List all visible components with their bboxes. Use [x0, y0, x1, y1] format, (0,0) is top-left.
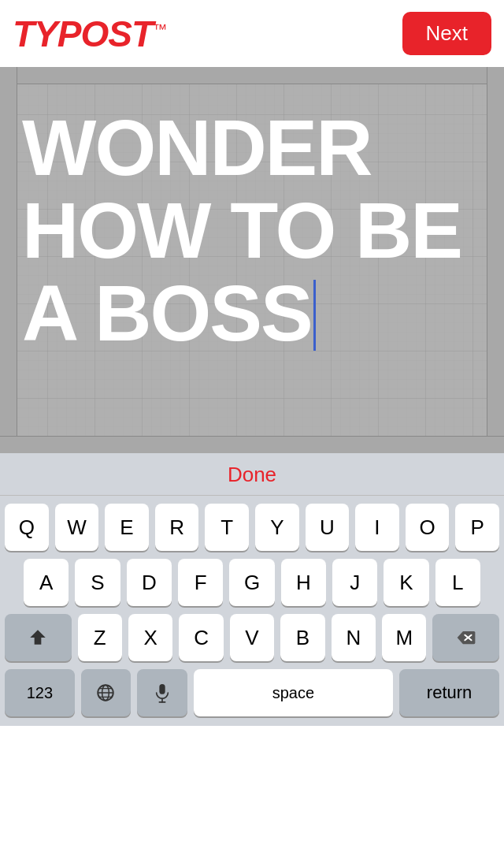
app-logo: TYPOST™: [13, 13, 166, 55]
app-header: TYPOST™ Next: [0, 0, 504, 67]
ruler-top: [0, 67, 504, 84]
key-i[interactable]: I: [355, 504, 399, 551]
key-globe[interactable]: [81, 669, 131, 716]
key-n[interactable]: N: [332, 614, 376, 661]
key-q[interactable]: Q: [5, 504, 49, 551]
keyboard-row-2: A S D F G H J K L: [0, 559, 504, 606]
key-space[interactable]: space: [194, 669, 394, 716]
editor-canvas[interactable]: WONDER HOW TO BE A BOSS: [0, 67, 504, 453]
key-c[interactable]: C: [179, 614, 223, 661]
delete-icon: [456, 630, 476, 645]
key-j[interactable]: J: [332, 559, 377, 606]
logo-name: TYPOST: [13, 13, 153, 54]
logo-text: TYPOST™: [13, 13, 166, 54]
key-k[interactable]: K: [384, 559, 428, 606]
key-m[interactable]: M: [382, 614, 426, 661]
mic-icon: [154, 683, 171, 703]
key-y[interactable]: Y: [255, 504, 299, 551]
next-button[interactable]: Next: [402, 12, 491, 55]
key-w[interactable]: W: [55, 504, 99, 551]
svg-rect-9: [159, 684, 165, 694]
key-e[interactable]: E: [105, 504, 149, 551]
key-x[interactable]: X: [128, 614, 172, 661]
key-f[interactable]: F: [178, 559, 223, 606]
globe-icon: [95, 683, 116, 703]
ruler-bottom: [0, 436, 504, 453]
shift-icon: [28, 627, 48, 648]
keyboard-row-3: Z X C V B N M: [0, 614, 504, 661]
editor-text[interactable]: WONDER HOW TO BE A BOSS: [22, 106, 482, 355]
text-line-3: A BOSS: [22, 272, 482, 355]
key-v[interactable]: V: [230, 614, 274, 661]
key-l[interactable]: L: [435, 559, 480, 606]
key-z[interactable]: Z: [78, 614, 122, 661]
key-g[interactable]: G: [229, 559, 274, 606]
text-cursor: [313, 280, 316, 351]
key-numbers[interactable]: 123: [5, 669, 75, 716]
text-line-3-content: A BOSS: [22, 269, 312, 357]
key-h[interactable]: H: [281, 559, 326, 606]
done-bar: Done: [0, 453, 504, 496]
key-u[interactable]: U: [306, 504, 350, 551]
key-d[interactable]: D: [127, 559, 172, 606]
key-p[interactable]: P: [455, 504, 499, 551]
key-b[interactable]: B: [280, 614, 324, 661]
ruler-left: [0, 67, 17, 453]
ruler-right: [487, 67, 504, 453]
keyboard-row-4: 123 space return: [0, 669, 504, 716]
key-o[interactable]: O: [406, 504, 450, 551]
key-shift[interactable]: [5, 614, 72, 661]
key-s[interactable]: S: [75, 559, 120, 606]
logo-tm: ™: [153, 20, 166, 36]
keyboard-area: Done Q W E R T Y U I O P A S D F G H J K…: [0, 453, 504, 726]
key-delete[interactable]: [432, 614, 499, 661]
done-button[interactable]: Done: [228, 463, 276, 487]
key-t[interactable]: T: [205, 504, 249, 551]
keyboard-row-1: Q W E R T Y U I O P: [0, 504, 504, 551]
key-mic[interactable]: [137, 669, 187, 716]
text-line-2: HOW TO BE: [22, 189, 482, 272]
key-r[interactable]: R: [155, 504, 199, 551]
text-line-1: WONDER: [22, 106, 482, 189]
key-return[interactable]: return: [399, 669, 499, 716]
key-a[interactable]: A: [24, 559, 69, 606]
